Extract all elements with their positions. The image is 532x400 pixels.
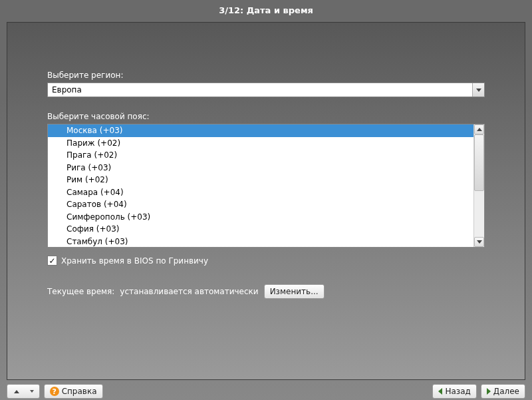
timezone-item[interactable]: Самара (+04) bbox=[48, 186, 473, 199]
current-time-row: Текущее время: устанавливается автоматич… bbox=[47, 284, 485, 299]
timezone-item[interactable]: София (+03) bbox=[48, 223, 473, 236]
arrow-left-icon bbox=[438, 388, 442, 395]
scroll-track[interactable] bbox=[474, 134, 484, 237]
timezone-item[interactable]: Рига (+03) bbox=[48, 162, 473, 174]
timezone-item[interactable]: Прага (+02) bbox=[48, 149, 473, 162]
chevron-up-icon bbox=[477, 128, 482, 131]
timezone-item[interactable]: Стамбул (+03) bbox=[48, 236, 473, 248]
footer: ? Справка Назад Далее bbox=[7, 384, 525, 399]
change-time-button[interactable]: Изменить... bbox=[264, 284, 325, 299]
back-button-label: Назад bbox=[445, 387, 470, 396]
current-time-label: Текущее время: bbox=[47, 287, 114, 296]
page-title: 3/12: Дата и время bbox=[0, 0, 532, 18]
help-button[interactable]: ? Справка bbox=[44, 384, 103, 399]
help-icon: ? bbox=[50, 387, 59, 396]
timezone-item[interactable]: Рим (+02) bbox=[48, 174, 473, 186]
region-combo[interactable]: Европа bbox=[47, 83, 485, 97]
timezone-scrollbar[interactable] bbox=[473, 124, 484, 247]
bios-utc-label: Хранить время в BIOS по Гринвичу bbox=[61, 256, 208, 266]
main-panel: Выберите регион: Европа Выберите часовой… bbox=[7, 22, 525, 380]
timezone-item[interactable]: Париж (+02) bbox=[48, 137, 473, 150]
timezone-listbox[interactable]: Москва (+03)Париж (+02)Прага (+02)Рига (… bbox=[47, 124, 485, 248]
arrow-up-icon bbox=[14, 390, 19, 393]
region-label: Выберите регион: bbox=[47, 71, 485, 80]
arrow-right-icon bbox=[487, 388, 491, 395]
chevron-down-icon bbox=[477, 240, 482, 244]
next-button-label: Далее bbox=[493, 387, 519, 396]
timezone-item[interactable]: Саратов (+04) bbox=[48, 198, 473, 211]
more-options-button[interactable] bbox=[7, 384, 40, 399]
chevron-down-icon bbox=[476, 89, 481, 92]
scroll-thumb[interactable] bbox=[474, 134, 484, 191]
next-button[interactable]: Далее bbox=[481, 384, 525, 399]
current-time-value: устанавливается автоматически bbox=[120, 287, 258, 296]
region-combo-value: Европа bbox=[48, 83, 472, 97]
timezone-item[interactable]: Симферополь (+03) bbox=[48, 211, 473, 224]
bios-utc-row: ✓ Хранить время в BIOS по Гринвичу bbox=[47, 256, 485, 266]
chevron-down-icon bbox=[30, 390, 34, 393]
help-button-label: Справка bbox=[62, 387, 97, 396]
timezone-item[interactable]: Москва (+03) bbox=[48, 124, 473, 137]
timezone-label: Выберите часовой пояс: bbox=[47, 112, 485, 121]
bios-utc-checkbox[interactable]: ✓ bbox=[47, 256, 57, 266]
scroll-up-button[interactable] bbox=[474, 124, 484, 134]
region-combo-button[interactable] bbox=[472, 83, 484, 97]
back-button[interactable]: Назад bbox=[432, 384, 476, 399]
scroll-down-button[interactable] bbox=[474, 237, 484, 247]
